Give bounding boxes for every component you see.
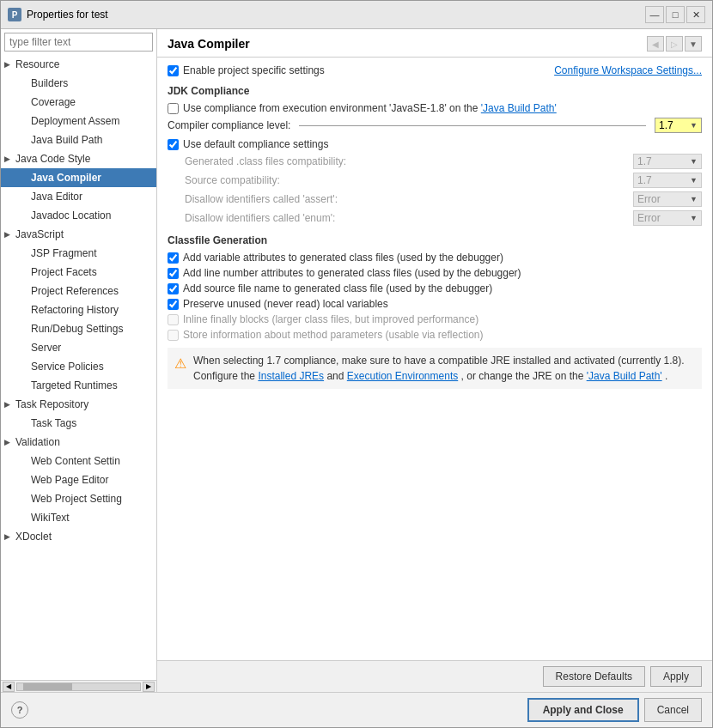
- scroll-left-arrow[interactable]: ◀: [3, 682, 15, 692]
- source-compat-value: 1.7: [637, 174, 652, 186]
- apply-button[interactable]: Apply: [650, 666, 702, 687]
- assert-label: Disallow identifiers called 'assert':: [185, 193, 633, 205]
- sidebar-item-javascript[interactable]: ▶ JavaScript: [1, 225, 156, 244]
- close-button[interactable]: ✕: [686, 6, 705, 23]
- minimize-button[interactable]: —: [645, 6, 664, 23]
- footer-right: Apply and Close Cancel: [527, 698, 702, 722]
- arrow-icon-task-repository: ▶: [4, 397, 13, 412]
- warning-text-after: , or change the JRE on the: [461, 370, 584, 382]
- source-compat-dropdown: 1.7 ▼: [633, 173, 702, 188]
- sidebar-item-web-project-setting[interactable]: Web Project Setting: [1, 489, 156, 508]
- configure-workspace-link[interactable]: Configure Workspace Settings...: [554, 64, 702, 76]
- arrow-icon-validation: ▶: [4, 434, 13, 450]
- sidebar-item-deployment-assem[interactable]: Deployment Assem: [1, 112, 156, 130]
- generated-class-label: Generated .class files compatibility:: [185, 155, 633, 167]
- restore-defaults-button[interactable]: Restore Defaults: [543, 666, 645, 687]
- sidebar-item-project-facets[interactable]: Project Facets: [1, 263, 156, 282]
- classfile-label-preserve-unused[interactable]: Preserve unused (never read) local varia…: [183, 298, 388, 310]
- use-default-label[interactable]: Use default compliance settings: [183, 138, 328, 150]
- use-compliance-label: Use compliance from execution environmen…: [183, 102, 557, 114]
- classfile-checkbox-store-info: [168, 330, 179, 341]
- compiler-compliance-row: Compiler compliance level: 1.7 ▼: [168, 118, 702, 133]
- scroll-right-arrow[interactable]: ▶: [143, 682, 155, 692]
- compiler-compliance-dropdown[interactable]: 1.7 ▼: [655, 118, 702, 133]
- warning-text-middle: and: [326, 370, 344, 382]
- java-build-path-link2[interactable]: 'Java Build Path': [587, 370, 662, 382]
- sidebar-item-project-references[interactable]: Project References: [1, 282, 156, 300]
- classfile-items: Add variable attributes to generated cla…: [168, 252, 702, 341]
- warning-text-end: .: [665, 370, 667, 382]
- sidebar-label-javadoc-location: Javadoc Location: [31, 208, 111, 223]
- sidebar-label-javascript: JavaScript: [15, 227, 64, 242]
- sidebar-item-web-content-settin[interactable]: Web Content Settin: [1, 452, 156, 470]
- enable-specific-label[interactable]: Enable project specific settings: [183, 64, 325, 76]
- enable-specific-checkbox[interactable]: [168, 65, 179, 76]
- sidebar-item-java-editor[interactable]: Java Editor: [1, 187, 156, 206]
- sidebar-item-task-repository[interactable]: ▶ Task Repository: [1, 395, 156, 414]
- installed-jres-link[interactable]: Installed JREs: [258, 370, 324, 382]
- sidebar-item-xdoclet[interactable]: ▶ XDoclet: [1, 527, 156, 546]
- sidebar-item-service-policies[interactable]: Service Policies: [1, 357, 156, 376]
- sidebar-item-java-code-style[interactable]: ▶ Java Code Style: [1, 149, 156, 168]
- sidebar-label-server: Server: [31, 340, 61, 355]
- sidebar-item-jsp-fragment[interactable]: JSP Fragment: [1, 244, 156, 263]
- main-content: ▶ ResourceBuildersCoverageDeployment Ass…: [1, 29, 712, 692]
- cancel-button[interactable]: Cancel: [644, 698, 702, 722]
- classfile-checkbox-add-line-number[interactable]: [168, 268, 179, 279]
- sidebar-label-builders: Builders: [31, 76, 68, 91]
- filter-input[interactable]: [4, 33, 153, 52]
- classfile-label-add-line-number[interactable]: Add line number attributes to generated …: [183, 267, 521, 279]
- footer-bar: ? Apply and Close Cancel: [1, 692, 712, 727]
- sidebar-item-validation[interactable]: ▶ Validation: [1, 433, 156, 452]
- sidebar-item-targeted-runtimes[interactable]: Targeted Runtimes: [1, 376, 156, 395]
- sidebar-item-resource[interactable]: ▶ Resource: [1, 55, 156, 74]
- use-default-checkbox[interactable]: [168, 139, 179, 150]
- classfile-label-add-variable[interactable]: Add variable attributes to generated cla…: [183, 252, 503, 264]
- use-compliance-checkbox[interactable]: [168, 103, 179, 114]
- sidebar-label-java-build-path: Java Build Path: [31, 132, 102, 148]
- warning-text: When selecting 1.7 compliance, make sure…: [193, 353, 695, 384]
- nav-forward-button[interactable]: ▷: [666, 36, 683, 52]
- footer-left: ?: [11, 701, 28, 719]
- nav-dropdown-button[interactable]: ▼: [685, 36, 702, 52]
- window-icon: P: [8, 8, 21, 21]
- sidebar-item-wikitext[interactable]: WikiText: [1, 508, 156, 527]
- classfile-checkbox-add-variable[interactable]: [168, 252, 179, 264]
- sidebar-item-refactoring-history[interactable]: Refactoring History: [1, 300, 156, 319]
- generated-class-dropdown: 1.7 ▼: [633, 154, 702, 169]
- maximize-button[interactable]: □: [666, 6, 685, 23]
- sidebar-item-builders[interactable]: Builders: [1, 74, 156, 93]
- panel-body: Enable project specific settings Configu…: [157, 58, 712, 660]
- classfile-label-add-source-file[interactable]: Add source file name to generated class …: [183, 282, 492, 294]
- sidebar-item-javadoc-location[interactable]: Javadoc Location: [1, 206, 156, 225]
- sidebar-item-run-debug-settings[interactable]: Run/Debug Settings: [1, 319, 156, 338]
- nav-back-button[interactable]: ◀: [647, 36, 664, 52]
- help-icon[interactable]: ?: [11, 701, 28, 719]
- java-build-path-link1[interactable]: 'Java Build Path': [481, 102, 557, 114]
- sidebar-label-task-tags: Task Tags: [31, 416, 76, 431]
- sidebar-item-java-compiler[interactable]: Java Compiler: [1, 168, 156, 187]
- sidebar-item-server[interactable]: Server: [1, 338, 156, 357]
- sidebar-label-web-project-setting: Web Project Setting: [31, 491, 122, 507]
- sidebar-item-coverage[interactable]: Coverage: [1, 93, 156, 112]
- enum-dropdown: Error ▼: [633, 210, 702, 226]
- warning-icon: ⚠: [174, 354, 186, 384]
- sidebar-item-java-build-path[interactable]: Java Build Path: [1, 130, 156, 149]
- sidebar-label-service-policies: Service Policies: [31, 359, 104, 374]
- sidebar: ▶ ResourceBuildersCoverageDeployment Ass…: [1, 29, 157, 692]
- sidebar-label-run-debug-settings: Run/Debug Settings: [31, 321, 123, 337]
- execution-environments-link[interactable]: Execution Environments: [347, 370, 458, 382]
- sidebar-scrollbar: ◀ ▶: [1, 680, 156, 692]
- title-bar-controls: — □ ✕: [645, 6, 705, 23]
- generated-class-arrow: ▼: [690, 157, 698, 166]
- classfile-checkbox-preserve-unused[interactable]: [168, 299, 179, 310]
- enum-row: Disallow identifiers called 'enum': Erro…: [168, 210, 702, 226]
- sidebar-item-web-page-editor[interactable]: Web Page Editor: [1, 470, 156, 489]
- arrow-icon-xdoclet: ▶: [4, 529, 13, 544]
- classfile-checkbox-add-source-file[interactable]: [168, 283, 179, 294]
- classfile-gen-header: Classfile Generation: [168, 234, 702, 246]
- apply-and-close-button[interactable]: Apply and Close: [527, 698, 639, 722]
- sidebar-item-task-tags[interactable]: Task Tags: [1, 414, 156, 433]
- assert-arrow: ▼: [690, 195, 698, 203]
- arrow-icon-java-code-style: ▶: [4, 151, 13, 167]
